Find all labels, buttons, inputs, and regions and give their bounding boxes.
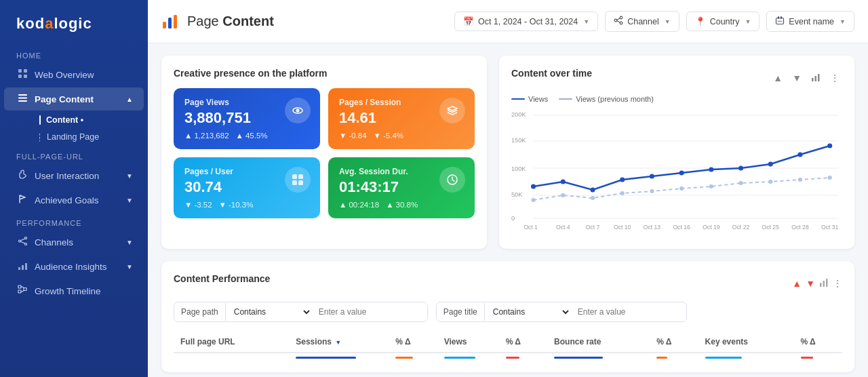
svg-point-58: [561, 180, 566, 184]
svg-point-54: [768, 180, 772, 184]
sidebar-item-user-interaction[interactable]: User Interaction ▼: [4, 164, 144, 187]
sidebar-sub-content[interactable]: Content •: [34, 112, 144, 128]
panel-title: Creative presence on the platform: [174, 68, 475, 79]
svg-point-61: [650, 174, 654, 179]
page-title-label: Page title: [437, 303, 485, 321]
country-filter[interactable]: 📍 Country ▼: [686, 12, 760, 31]
more-options-icon[interactable]: ⋮: [833, 278, 842, 289]
svg-text:Oct 19: Oct 19: [703, 224, 720, 231]
svg-point-49: [620, 191, 625, 195]
svg-text:Oct 7: Oct 7: [586, 224, 600, 231]
page-title-value[interactable]: [571, 303, 686, 321]
page-path-label: Page path: [174, 303, 226, 321]
svg-point-66: [797, 153, 802, 157]
svg-rect-24: [781, 16, 782, 19]
chevron-down-icon: ▼: [583, 18, 589, 25]
more-options-icon[interactable]: ⋮: [827, 71, 842, 85]
col-pct-sessions: % Δ: [389, 332, 437, 353]
delta2: ▼ -5.4%: [374, 132, 403, 140]
table-header: Full page URL Sessions ▼ % Δ Views: [174, 332, 842, 360]
upload-icon[interactable]: ▲: [792, 278, 802, 289]
performance-table: Full page URL Sessions ▼ % Δ Views: [174, 332, 842, 360]
event-name-filter[interactable]: Event name ▼: [766, 11, 854, 32]
chevron-down-icon: ▼: [126, 263, 133, 271]
svg-rect-13: [18, 285, 21, 288]
svg-point-20: [620, 16, 623, 19]
page-path-value[interactable]: [312, 303, 427, 321]
arrow-down-icon: ▼: [184, 201, 192, 209]
svg-rect-3: [24, 75, 27, 78]
download-icon[interactable]: ▼: [806, 278, 815, 289]
sidebar-item-channels[interactable]: Channels ▼: [4, 231, 144, 254]
chevron-down-icon: ▼: [126, 172, 133, 180]
audience-icon: [18, 260, 28, 273]
line-chart: 200K 150K 100K 50K 0: [511, 108, 842, 234]
layers-icon: [439, 98, 465, 123]
metric-card-avg-session: Avg. Session Dur. 01:43:17 ▲ 00:24:18 ▲ …: [328, 157, 475, 218]
sidebar-item-web-overview[interactable]: Web Overview: [4, 63, 144, 86]
svg-text:Oct 10: Oct 10: [614, 224, 631, 231]
chart-view-icon[interactable]: [819, 278, 829, 290]
calendar-icon: 📅: [463, 16, 474, 26]
header: Page Content 📅 Oct 1, 2024 - Oct 31, 202…: [148, 0, 868, 43]
download-icon[interactable]: ▼: [789, 71, 804, 85]
channel-filter[interactable]: Channel ▼: [605, 11, 679, 32]
sidebar-item-growth-timeline[interactable]: Growth Timeline: [4, 279, 144, 302]
svg-point-8: [19, 240, 21, 242]
chart-header: Content over time ▲ ▼ ⋮: [511, 68, 842, 88]
svg-point-59: [590, 188, 595, 193]
delta2: ▲ 45.5%: [236, 132, 268, 140]
col-bounce-rate: Bounce rate: [547, 332, 650, 353]
svg-rect-25: [778, 21, 783, 22]
svg-point-63: [709, 167, 713, 172]
col-pct-views: % Δ: [499, 332, 547, 353]
svg-point-56: [828, 176, 832, 180]
sidebar-item-label: Page Content: [35, 94, 94, 104]
page-title-condition[interactable]: Contains Does not contain: [485, 302, 571, 321]
sidebar-sub-landing-page[interactable]: Landing Page: [34, 129, 144, 145]
col-full-page-url: Full page URL: [174, 332, 289, 353]
sidebar-logo: kodalogic: [0, 0, 148, 45]
svg-text:0: 0: [511, 215, 515, 222]
content-performance-panel: Content Performance ▲ ▼ ⋮ Page path Cont…: [161, 261, 854, 372]
chevron-down-icon: ▼: [665, 18, 671, 25]
svg-point-47: [561, 193, 565, 197]
col-pct-key: % Δ: [794, 332, 842, 353]
page-path-condition[interactable]: Contains Does not contain Starts with: [226, 302, 312, 321]
col-sessions[interactable]: Sessions ▼: [289, 332, 389, 353]
header-chart-icon: [161, 12, 180, 31]
chart-type-icon[interactable]: [808, 71, 823, 85]
svg-rect-79: [820, 283, 822, 287]
svg-rect-80: [823, 281, 825, 287]
header-filters: 📅 Oct 1, 2024 - Oct 31, 2024 ▼ Channel ▼…: [454, 11, 854, 32]
svg-rect-15: [24, 288, 26, 291]
svg-text:100K: 100K: [511, 165, 526, 172]
chevron-down-icon: ▼: [126, 239, 133, 246]
hand-icon: [18, 170, 28, 182]
svg-rect-0: [18, 69, 22, 73]
page-path-filter: Page path Contains Does not contain Star…: [174, 302, 428, 322]
svg-point-19: [614, 19, 617, 22]
sidebar-sub-label: Landing Page: [47, 132, 99, 142]
metric-card-pages-per-user: Pages / User 30.74 ▼ -3.52 ▼ -10.3%: [174, 157, 320, 218]
svg-point-67: [827, 144, 832, 148]
chart-actions: ▲ ▼ ⋮: [770, 71, 842, 85]
svg-point-46: [531, 198, 535, 202]
header-logo-area: Page Content: [161, 12, 274, 31]
sidebar-item-audience-insights[interactable]: Audience Insights ▼: [4, 255, 144, 278]
date-range-filter[interactable]: 📅 Oct 1, 2024 - Oct 31, 2024 ▼: [454, 12, 598, 31]
svg-text:Oct 4: Oct 4: [556, 224, 570, 231]
svg-rect-34: [815, 76, 817, 81]
col-key-events: Key events: [698, 332, 794, 353]
upload-icon[interactable]: ▲: [770, 71, 785, 85]
svg-text:Oct 25: Oct 25: [762, 224, 780, 231]
sidebar-item-page-content[interactable]: Page Content ▲: [4, 87, 144, 111]
page-title: Page Content: [187, 14, 274, 29]
svg-rect-1: [24, 69, 27, 73]
delta1: ▲ 1,213,682: [184, 132, 229, 140]
svg-rect-35: [818, 74, 820, 81]
eye-icon: [285, 98, 311, 123]
arrow-down-icon: ▼: [374, 132, 381, 140]
event-icon: [775, 16, 785, 27]
sidebar-item-achieved-goals[interactable]: Achieved Goals ▼: [4, 188, 144, 212]
